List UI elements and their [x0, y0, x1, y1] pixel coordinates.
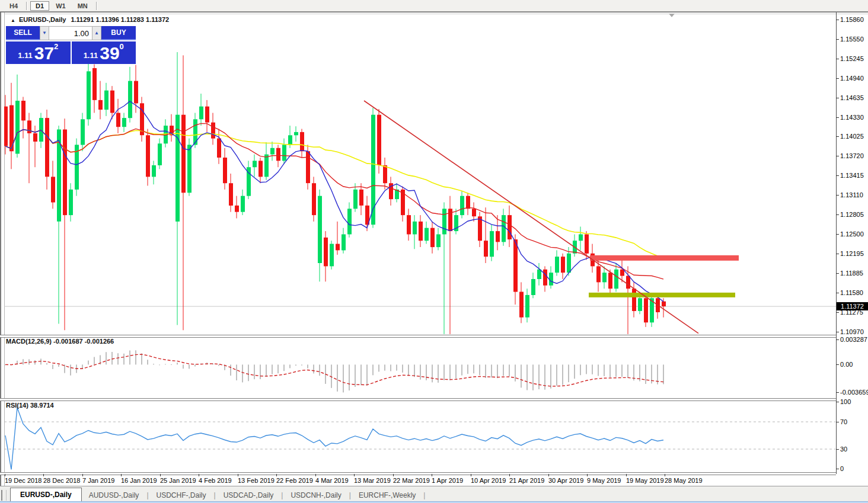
macd-tick — [836, 339, 839, 340]
rsi-tick-label: 100 — [840, 398, 851, 405]
sell-price-sup: 2 — [54, 42, 58, 51]
sell-button[interactable]: SELL — [6, 26, 40, 40]
macd-label: MACD(12,26,9) -0.001687 -0.001266 — [6, 338, 114, 345]
price-tick-label: 1.13110 — [840, 191, 863, 198]
price-tick — [836, 156, 839, 156]
date-tick — [626, 474, 627, 476]
price-tick — [836, 312, 839, 313]
chart-title: ▲EURUSD-,Daily1.11291 1.11396 1.11283 1.… — [11, 16, 169, 23]
tab-separator: | — [423, 491, 426, 502]
date-label: 30 Apr 2019 — [548, 477, 583, 484]
price-tick-label: 1.14635 — [840, 94, 864, 101]
price-tick — [836, 98, 839, 98]
date-label: 10 Apr 2019 — [471, 477, 506, 484]
date-label: 21 Apr 2019 — [509, 477, 544, 484]
main-macd-separator[interactable] — [0, 335, 836, 338]
price-tick-label: 1.15245 — [840, 55, 864, 62]
price-tick — [836, 39, 839, 40]
price-tick — [836, 175, 839, 176]
date-label: 9 May 2019 — [587, 477, 621, 484]
macd-tick-label: 0.00 — [840, 361, 853, 368]
volume-input[interactable] — [49, 26, 92, 40]
bottom-tab-usdcnh-daily[interactable]: USDCNH-,Daily — [283, 489, 348, 502]
price-tick — [836, 136, 839, 137]
price-tick — [836, 195, 839, 196]
chart-area[interactable] — [0, 0, 868, 503]
date-tick — [238, 474, 238, 476]
price-tick — [836, 214, 839, 215]
volume-increase-button[interactable]: ▲ — [92, 26, 101, 40]
date-tick — [432, 474, 432, 476]
date-tick — [665, 474, 665, 476]
bottom-tab-usdcad-daily[interactable]: USDCAD-,Daily — [216, 489, 281, 502]
date-tick — [160, 474, 161, 476]
price-axis-border — [836, 12, 837, 474]
price-tick — [836, 20, 839, 20]
price-tick-label: 1.14940 — [840, 75, 864, 82]
rsi-value: 38.9714 — [30, 402, 54, 409]
trade-top-row: SELL ▼ ▲ BUY — [6, 26, 136, 40]
rsi-tick-label: 30 — [840, 446, 847, 453]
bottom-tab-eurchf-weekly[interactable]: EURCHF-,Weekly — [352, 489, 423, 502]
date-label: 22 Mar 2019 — [393, 477, 430, 484]
volume-decrease-button[interactable]: ▼ — [40, 26, 49, 40]
price-tick — [836, 293, 839, 293]
date-tick — [393, 474, 394, 476]
date-tick — [354, 474, 355, 476]
bottom-tab-usdchf-daily[interactable]: USDCHF-,Daily — [149, 489, 213, 502]
trade-price-row: 1.11 37 2 1.11 39 0 — [6, 41, 136, 64]
collapse-arrow-icon[interactable]: ▲ — [11, 18, 15, 23]
date-label: 13 Feb 2019 — [238, 477, 275, 484]
date-tick — [199, 474, 199, 476]
date-label: 1 Apr 2019 — [432, 477, 463, 484]
date-label: 19 May 2019 — [626, 477, 664, 484]
rsi-tick — [836, 449, 839, 450]
macd-values: -0.001687 -0.001266 — [53, 338, 114, 345]
tabbar-gutter — [1, 490, 7, 501]
date-label: 16 Jan 2019 — [121, 477, 157, 484]
date-label: 4 Feb 2019 — [199, 477, 232, 484]
rsi-tick — [836, 422, 839, 422]
price-tick-label: 1.10970 — [840, 328, 864, 335]
sell-price-button[interactable]: 1.11 37 2 — [6, 41, 71, 64]
price-tick — [836, 234, 839, 235]
date-tick — [587, 474, 588, 476]
price-tick-label: 1.11580 — [840, 289, 863, 296]
buy-price-button[interactable]: 1.11 39 0 — [72, 41, 136, 64]
macd-rsi-separator[interactable] — [0, 398, 836, 401]
price-tick-label: 1.12500 — [840, 230, 864, 238]
date-tick — [509, 474, 510, 476]
chart-tab-bar: EURUSD-,DailyAUDUSD-,Daily|USDCHF-,Daily… — [0, 486, 868, 502]
mt4-window: H4D1W1MN ▲EURUSD-,Daily1.11291 1.11396 1… — [0, 0, 868, 503]
date-label: 22 Feb 2019 — [276, 477, 313, 484]
macd-tick-label: -0.003659 — [840, 389, 868, 396]
current-price-badge: 1.11372 — [837, 302, 868, 310]
bottom-tab-eurusd-daily[interactable]: EURUSD-,Daily — [10, 488, 82, 502]
buy-button[interactable]: BUY — [101, 26, 136, 40]
price-tick — [836, 273, 839, 274]
date-tick — [471, 474, 471, 476]
date-label: 25 Jan 2019 — [160, 477, 196, 484]
price-tick-label: 1.14025 — [840, 133, 864, 140]
price-tick — [836, 254, 839, 254]
macd-tick — [836, 392, 839, 393]
bottom-tab-audusd-daily[interactable]: AUDUSD-,Daily — [82, 489, 146, 502]
date-label: 28 May 2019 — [665, 477, 703, 484]
date-label: 4 Mar 2019 — [315, 477, 349, 484]
date-tick — [121, 474, 122, 476]
rsi-tick — [836, 469, 839, 469]
price-tick-label: 1.13415 — [840, 172, 864, 179]
date-label: 28 Dec 2018 — [43, 477, 80, 484]
macd-tick-label: 0.003287 — [840, 336, 867, 343]
price-tick-label: 1.12195 — [840, 250, 864, 257]
rsi-bottom-separator[interactable] — [0, 472, 836, 475]
buy-price-prefix: 1.11 — [84, 51, 98, 62]
rsi-tick — [836, 402, 839, 402]
price-tick-label: 1.15860 — [840, 16, 864, 23]
price-tick-label: 1.12805 — [840, 211, 864, 218]
rsi-label: RSI(14) 38.9714 — [6, 402, 54, 409]
date-tick — [548, 474, 549, 476]
date-tick — [5, 474, 5, 476]
date-tick — [276, 474, 277, 476]
macd-name: MACD(12,26,9) — [6, 338, 52, 345]
